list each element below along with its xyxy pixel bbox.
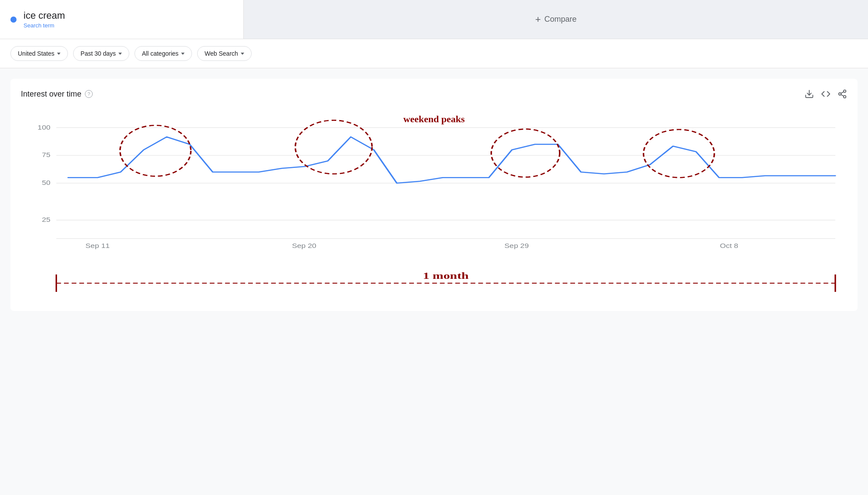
chart-container: weekend peaks 100 75 50 25 Sep 1 [21, 109, 847, 301]
compare-box[interactable]: + Compare [244, 0, 868, 39]
time-filter-label: Past 30 days [81, 50, 116, 57]
share-icon[interactable] [838, 89, 847, 99]
search-term-dot [10, 17, 17, 23]
category-filter-button[interactable]: All categories [135, 46, 192, 61]
search-type-filter-label: Web Search [205, 50, 238, 57]
weekend-peak-circle-3 [491, 129, 560, 177]
category-filter-label: All categories [142, 50, 178, 57]
term-info: ice cream Search term [24, 10, 65, 29]
svg-text:50: 50 [42, 180, 50, 186]
search-term-type: Search term [24, 22, 65, 29]
search-term-name: ice cream [24, 10, 65, 21]
svg-text:100: 100 [37, 124, 50, 131]
svg-text:Oct 8: Oct 8 [720, 243, 738, 249]
svg-line-5 [841, 92, 844, 94]
svg-text:75: 75 [42, 152, 50, 158]
svg-text:Sep 20: Sep 20 [292, 243, 316, 249]
main-content: Interest over time ? [0, 68, 868, 321]
svg-text:Sep 29: Sep 29 [505, 243, 529, 249]
region-chevron-icon [57, 53, 61, 55]
region-filter-label: United States [18, 50, 54, 57]
one-month-text: 1 month [423, 271, 469, 281]
svg-line-4 [841, 94, 844, 96]
top-bar: ice cream Search term + Compare [0, 0, 868, 39]
embed-icon[interactable] [821, 89, 831, 99]
bottom-annotation-svg: 1 month [21, 266, 847, 301]
help-icon[interactable]: ? [85, 90, 93, 98]
svg-text:25: 25 [42, 217, 50, 223]
chart-header: Interest over time ? [21, 89, 847, 99]
weekend-peak-circle-2 [295, 120, 372, 174]
chart-title-area: Interest over time ? [21, 90, 93, 99]
region-filter-button[interactable]: United States [10, 46, 68, 61]
trend-line [68, 137, 835, 183]
search-type-filter-button[interactable]: Web Search [197, 46, 252, 61]
chart-section: Interest over time ? [10, 79, 858, 311]
chart-actions [804, 89, 847, 99]
compare-content: + Compare [535, 14, 577, 25]
compare-plus-icon: + [535, 14, 541, 25]
weekend-peak-circle-1 [120, 125, 191, 176]
search-term-box: ice cream Search term [0, 0, 244, 39]
download-icon[interactable] [804, 89, 814, 99]
filters-bar: United States Past 30 days All categorie… [0, 39, 868, 68]
time-chevron-icon [118, 53, 122, 55]
svg-text:Sep 11: Sep 11 [85, 243, 110, 249]
main-chart-svg: 100 75 50 25 Sep 11 Sep 20 Sep 29 Oct 8 [21, 109, 847, 257]
time-filter-button[interactable]: Past 30 days [73, 46, 129, 61]
help-icon-label: ? [87, 91, 90, 97]
compare-label: Compare [544, 15, 576, 24]
search-type-chevron-icon [241, 53, 244, 55]
weekend-peak-circle-4 [643, 130, 714, 178]
category-chevron-icon [181, 53, 185, 55]
bottom-annotation: 1 month [21, 266, 847, 301]
chart-title: Interest over time [21, 90, 81, 99]
